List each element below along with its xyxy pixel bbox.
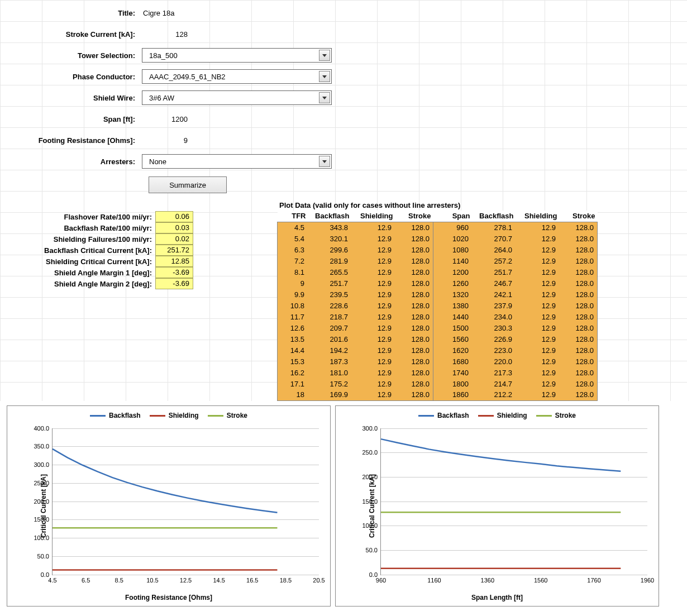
table-cell: 12.9 [352,333,395,345]
x-tick-label: 12.5 [180,575,192,584]
result-label: Shielding Critical Current [kA]: [6,257,155,266]
table-row: 9251.712.9128.01260246.712.9128.0 [278,278,598,289]
legend-swatch-icon [208,415,223,417]
table-cell: 12.9 [516,322,560,333]
table-cell: 12.9 [516,289,560,300]
x-tick-label: 14.5 [213,575,225,584]
table-cell: 128.0 [560,356,598,367]
stroke-current-value[interactable]: 128 [139,30,192,39]
y-tick-label: 250.0 [356,449,381,456]
table-cell: 12.9 [352,233,395,244]
result-label: Flashover Rate/100 mi/yr: [6,213,155,221]
table-cell: 18 [278,389,308,400]
dropdown-arrow-icon[interactable] [319,71,330,82]
table-cell: 12.9 [352,255,395,266]
table-cell: 12.9 [516,311,560,322]
x-tick-label: 10.5 [146,575,158,584]
table-cell: 1200 [433,266,473,278]
table-cell: 1080 [433,244,473,255]
dropdown-arrow-icon[interactable] [319,92,330,103]
y-tick-label: 350.0 [28,443,53,450]
table-cell: 128.0 [395,233,433,244]
table-cell: 12.9 [352,345,395,356]
table-cell: 12.9 [352,278,395,289]
table-cell: 128.0 [560,300,598,311]
phase-conductor-dropdown[interactable]: AAAC_2049.5_61_NB2 [142,69,332,84]
shield-wire-label: Shield Wire: [6,94,139,102]
result-label: Shielding Failures/100 mi/yr: [6,235,155,243]
table-cell: 128.0 [560,266,598,278]
dropdown-arrow-icon[interactable] [319,50,330,61]
x-tick-label: 6.5 [82,575,90,584]
legend-swatch-icon [90,415,106,417]
summarize-button[interactable]: Summarize [149,176,227,193]
table-row: 11.7218.712.9128.01440234.012.9128.0 [278,311,598,322]
tower-selection-dropdown[interactable]: 18a_500 [142,48,332,63]
y-tick-label: 400.0 [28,425,53,432]
legend-swatch-icon [536,415,552,417]
chart-legend: BackflashShieldingStroke [336,406,659,424]
table-cell: 223.0 [473,345,516,356]
table-row: 16.2181.012.9128.01740217.312.9128.0 [278,367,598,378]
dropdown-arrow-icon[interactable] [319,156,330,167]
legend-item: Backflash [418,412,469,419]
input-form: Title: Cigre 18a Stroke Current [kA]: 12… [0,0,687,198]
table-cell: 128.0 [395,333,433,345]
table-cell: 226.9 [473,333,516,345]
result-value: 251.72 [155,245,193,256]
table-cell: 1140 [433,255,473,266]
table-cell: 12.9 [352,322,395,333]
table-cell: 10.8 [278,300,308,311]
shield-wire-dropdown[interactable]: 3#6 AW [142,90,332,105]
table-cell: 12.9 [516,233,560,244]
shield-wire-value: 3#6 AW [149,94,174,102]
table-cell: 14.4 [278,345,308,356]
y-tick-label: 150.0 [28,516,53,523]
table-cell: 218.7 [308,311,352,322]
footing-resistance-value[interactable]: 9 [139,136,192,145]
legend-swatch-icon [478,415,494,417]
result-label: Shield Angle Margin 2 [deg]: [6,280,155,288]
table-cell: 209.7 [308,322,352,333]
table-cell: 128.0 [560,311,598,322]
x-tick-label: 960 [376,575,386,584]
y-tick-label: 200.0 [28,498,53,505]
result-label: Backflash Critical Current [kA]: [6,246,155,255]
stroke-current-label: Stroke Current [kA]: [6,30,139,39]
arresters-label: Arresters: [6,157,139,166]
table-cell: 187.3 [308,356,352,367]
table-cell: 320.1 [308,233,352,244]
table-cell: 128.0 [395,255,433,266]
table-cell: 128.0 [395,266,433,278]
table-cell: 5.4 [278,233,308,244]
table-row: 18169.912.9128.01860212.212.9128.0 [278,389,598,400]
table-cell: 257.2 [473,255,516,266]
table-cell: 128.0 [395,300,433,311]
table-cell: 12.9 [352,222,395,233]
plot-data-title: Plot Data (valid only for cases without … [279,201,598,209]
x-tick-label: 1560 [534,575,547,584]
span-value[interactable]: 1200 [139,115,192,123]
x-tick-label: 18.5 [280,575,292,584]
plot-header: Stroke [395,211,433,222]
tower-selection-value: 18a_500 [149,51,178,60]
result-label: Backflash Rate/100 mi/yr: [6,224,155,232]
table-cell: 1440 [433,311,473,322]
chart: BackflashShieldingStrokeCritical Current… [7,405,331,607]
table-row: 5.4320.112.9128.01020270.712.9128.0 [278,233,598,244]
table-cell: 1620 [433,345,473,356]
table-cell: 11.7 [278,311,308,322]
legend-item: Backflash [90,412,141,419]
chart-series-icon [53,428,319,575]
title-value[interactable]: Cigre 18a [139,9,192,17]
table-cell: 128.0 [395,345,433,356]
table-cell: 194.2 [308,345,352,356]
y-tick-label: 250.0 [28,480,53,486]
table-cell: 128.0 [395,389,433,400]
legend-item: Stroke [208,412,247,419]
arresters-dropdown[interactable]: None [142,154,332,169]
table-cell: 12.9 [352,356,395,367]
result-value: 0.02 [155,233,193,245]
table-row: 8.1265.512.9128.01200251.712.9128.0 [278,266,598,278]
table-cell: 278.1 [473,222,516,233]
